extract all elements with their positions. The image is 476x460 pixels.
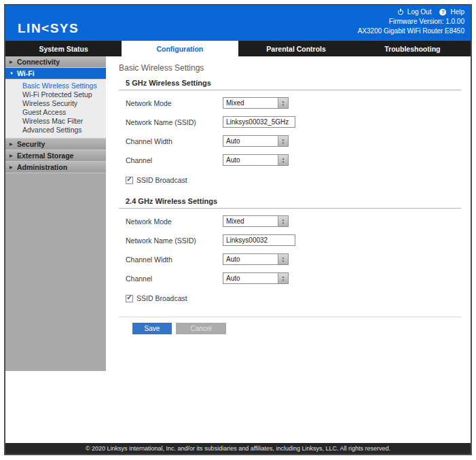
select-value: Mixed — [223, 99, 278, 107]
ssid-label: Network Name (SSID) — [126, 118, 223, 126]
sidebar-item-wireless-security[interactable]: Wireless Security — [5, 99, 106, 108]
sidebar-item-security[interactable]: ▶ Security — [5, 139, 106, 150]
content-pane: Basic Wireless Settings 5 GHz Wireless S… — [106, 56, 471, 443]
chevron-right-icon: ▶ — [10, 162, 14, 173]
sidebar-item-connectivity[interactable]: ▶ Connectivity — [5, 56, 106, 68]
channel-select-5ghz[interactable]: Auto ▲▼ — [223, 154, 289, 166]
sidebar-item-wireless-mac-filter[interactable]: Wireless Mac Filter — [5, 117, 106, 126]
help-icon: ? — [439, 9, 446, 16]
channel-width-label: Channel Width — [126, 255, 223, 264]
network-mode-select-5ghz[interactable]: Mixed ▲▼ — [223, 97, 289, 109]
form-actions: Save Cancel — [119, 317, 461, 334]
ssid-label: Network Name (SSID) — [126, 236, 223, 245]
save-button[interactable]: Save — [132, 323, 172, 334]
ssid-broadcast-checkbox-24ghz[interactable]: ✓ — [126, 295, 133, 302]
wifi-subnav: Basic Wireless Settings Wi-Fi Protected … — [5, 79, 106, 139]
main-area: ▶ Connectivity ▼ Wi-Fi Basic Wireless Se… — [5, 56, 471, 443]
router-model-text: AX3200 Gigabit WiFi Router E8450 — [358, 26, 464, 36]
channel-width-row-5ghz: Channel Width Auto ▲▼ — [126, 135, 461, 147]
network-mode-select-24ghz[interactable]: Mixed ▲▼ — [223, 215, 289, 227]
nav-group-label: Administration — [17, 162, 67, 173]
help-link[interactable]: Help — [450, 7, 464, 17]
chevron-right-icon: ▶ — [10, 139, 14, 149]
firmware-version-text: Firmware Version: 1.0.00 — [358, 17, 464, 26]
sidebar-item-administration[interactable]: ▶ Administration — [5, 162, 106, 173]
network-mode-label: Network Mode — [126, 99, 223, 107]
channel-label: Channel — [126, 156, 223, 164]
channel-width-select-24ghz[interactable]: Auto ▲▼ — [223, 253, 289, 265]
check-icon: ✓ — [126, 294, 132, 301]
channel-width-label: Channel Width — [126, 137, 223, 145]
router-admin-window: LIN<SYS Log Out ?Help Firmware Version: … — [4, 4, 472, 455]
chevron-down-icon: ▼ — [10, 68, 14, 79]
channel-width-row-24ghz: Channel Width Auto ▲▼ — [126, 253, 461, 265]
header-info: Log Out ?Help Firmware Version: 1.0.00 A… — [358, 7, 464, 36]
spinner-icon: ▲▼ — [278, 136, 288, 146]
network-mode-label: Network Mode — [126, 217, 223, 226]
section-24ghz: 2.4 GHz Wireless Settings Network Mode M… — [119, 197, 461, 303]
channel-width-select-5ghz[interactable]: Auto ▲▼ — [223, 135, 289, 147]
sidebar-item-wifi-protected-setup[interactable]: Wi-Fi Protected Setup — [5, 90, 106, 99]
channel-select-24ghz[interactable]: Auto ▲▼ — [223, 272, 289, 284]
spinner-icon: ▲▼ — [278, 273, 288, 283]
sidebar-item-guest-access[interactable]: Guest Access — [5, 108, 106, 117]
sidebar-nav: ▶ Connectivity ▼ Wi-Fi Basic Wireless Se… — [5, 56, 106, 371]
check-icon: ✓ — [126, 176, 132, 183]
spinner-icon: ▲▼ — [278, 254, 288, 264]
spinner-icon: ▲▼ — [278, 155, 288, 165]
ssid-row-24ghz: Network Name (SSID) — [126, 234, 461, 246]
ssid-input-5ghz[interactable] — [223, 116, 295, 128]
sidebar-item-external-storage[interactable]: ▶ External Storage — [5, 150, 106, 162]
sidebar-item-wifi[interactable]: ▼ Wi-Fi — [5, 68, 106, 79]
linksys-logo: LIN<SYS — [18, 21, 79, 36]
tab-troubleshooting[interactable]: Troubleshooting — [354, 41, 471, 56]
ssid-broadcast-checkbox-5ghz[interactable]: ✓ — [126, 177, 133, 184]
nav-group-label: External Storage — [17, 150, 73, 161]
sidebar-item-basic-wireless-settings[interactable]: Basic Wireless Settings — [5, 82, 106, 90]
ssid-broadcast-label: SSID Broadcast — [136, 176, 187, 184]
select-value: Auto — [223, 156, 278, 164]
ssid-broadcast-row-5ghz: ✓ SSID Broadcast — [126, 175, 461, 185]
session-links: Log Out ?Help — [358, 7, 464, 17]
spinner-icon: ▲▼ — [278, 216, 288, 226]
page-title: Basic Wireless Settings — [119, 63, 461, 73]
select-value: Auto — [223, 255, 278, 263]
sidebar-item-advanced-settings[interactable]: Advanced Settings — [5, 126, 106, 135]
logout-icon — [398, 10, 403, 15]
ssid-input-24ghz[interactable] — [223, 234, 295, 246]
select-value: Mixed — [223, 217, 278, 225]
nav-group-label: Security — [17, 139, 45, 149]
copyright-footer: © 2020 Linksys International, Inc. and/o… — [5, 443, 471, 454]
ssid-broadcast-label: SSID Broadcast — [136, 294, 187, 302]
ssid-broadcast-row-24ghz: ✓ SSID Broadcast — [126, 294, 461, 303]
tab-system-status[interactable]: System Status — [5, 41, 122, 56]
select-value: Auto — [223, 137, 278, 145]
app-header: LIN<SYS Log Out ?Help Firmware Version: … — [5, 5, 471, 41]
chevron-right-icon: ▶ — [10, 150, 14, 161]
top-tabbar: System Status Configuration Parental Con… — [5, 41, 471, 56]
chevron-right-icon: ▶ — [10, 56, 14, 67]
logout-link[interactable]: Log Out — [407, 7, 432, 17]
nav-group-label: Connectivity — [17, 56, 60, 67]
network-mode-row-5ghz: Network Mode Mixed ▲▼ — [126, 97, 461, 109]
spinner-icon: ▲▼ — [278, 98, 288, 108]
channel-label: Channel — [126, 275, 223, 283]
ssid-row-5ghz: Network Name (SSID) — [126, 116, 461, 128]
tab-parental-controls[interactable]: Parental Controls — [238, 41, 354, 56]
nav-group-label: Wi-Fi — [17, 68, 35, 79]
channel-row-24ghz: Channel Auto ▲▼ — [126, 272, 461, 284]
cancel-button[interactable]: Cancel — [176, 323, 226, 334]
section-title-5ghz: 5 GHz Wireless Settings — [119, 79, 461, 90]
channel-row-5ghz: Channel Auto ▲▼ — [126, 154, 461, 166]
section-title-24ghz: 2.4 GHz Wireless Settings — [119, 197, 461, 209]
network-mode-row-24ghz: Network Mode Mixed ▲▼ — [126, 215, 461, 227]
section-5ghz: 5 GHz Wireless Settings Network Mode Mix… — [119, 79, 461, 185]
select-value: Auto — [223, 275, 278, 282]
tab-configuration[interactable]: Configuration — [122, 41, 238, 56]
